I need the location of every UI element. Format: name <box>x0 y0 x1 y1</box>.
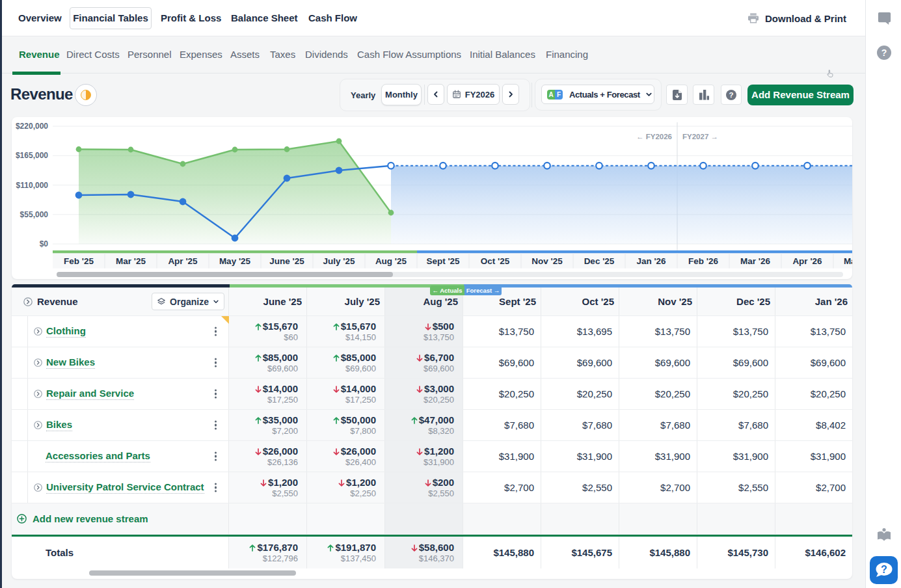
svg-text:Jan '26: Jan '26 <box>636 256 666 266</box>
svg-text:July '25: July '25 <box>323 256 355 266</box>
svg-text:May '25: May '25 <box>219 256 251 266</box>
svg-text:?: ? <box>881 564 887 575</box>
svg-text:Mar '25: Mar '25 <box>116 256 146 266</box>
svg-text:Sept '25: Sept '25 <box>426 256 460 266</box>
svg-text:Feb '26: Feb '26 <box>688 256 718 266</box>
svg-text:Feb '25: Feb '25 <box>64 256 94 266</box>
svg-text:June '25: June '25 <box>269 256 304 266</box>
svg-text:FY2027 →: FY2027 → <box>682 133 718 140</box>
svg-text:$110,000: $110,000 <box>16 181 49 190</box>
svg-text:May '26: May '26 <box>844 256 852 266</box>
svg-text:$0: $0 <box>40 239 49 248</box>
svg-text:Apr '25: Apr '25 <box>168 256 198 266</box>
svg-text:Nov '25: Nov '25 <box>531 256 563 266</box>
svg-text:$220,000: $220,000 <box>16 122 48 131</box>
svg-text:Aug '25: Aug '25 <box>375 256 407 266</box>
svg-text:$165,000: $165,000 <box>16 151 48 160</box>
svg-text:$55,000: $55,000 <box>20 210 49 219</box>
svg-text:Dec '25: Dec '25 <box>584 256 615 266</box>
svg-text:Oct '25: Oct '25 <box>481 256 510 266</box>
svg-text:Mar '26: Mar '26 <box>740 256 770 266</box>
svg-text:← FY2026: ← FY2026 <box>636 133 672 140</box>
svg-text:Apr '26: Apr '26 <box>792 256 822 266</box>
